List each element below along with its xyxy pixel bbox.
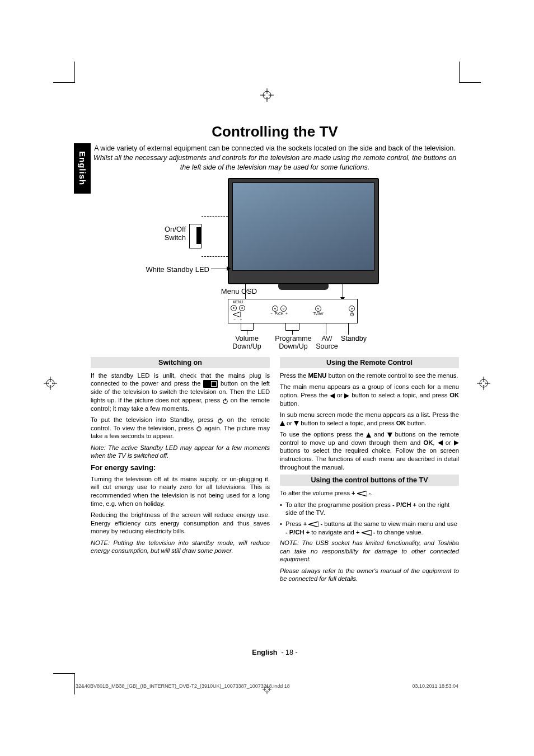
print-registration-mark bbox=[260, 88, 274, 102]
para-energy-1: Turning the television off at its mains … bbox=[91, 475, 270, 508]
panel-pch-label: P/CH bbox=[275, 312, 284, 316]
heading-energy-saving: For energy saving: bbox=[91, 463, 270, 473]
svg-marker-35 bbox=[366, 433, 371, 438]
leader-line bbox=[326, 323, 326, 335]
section-control-buttons: Using the control buttons of the TV bbox=[280, 475, 459, 486]
dashed-leader bbox=[202, 216, 228, 217]
tv-body-graphic bbox=[228, 178, 379, 284]
arrowhead-icon bbox=[227, 266, 231, 271]
two-column-body: Switching on If the standby LED is unlit… bbox=[91, 356, 459, 586]
leader-line bbox=[292, 330, 293, 335]
label-menu-osd: Menu OSD bbox=[219, 287, 259, 296]
note-usb: NOTE: The USB socket has limited functio… bbox=[280, 539, 459, 564]
button-panel-graphic: MENU − + − P/CH + TV/AV bbox=[228, 299, 358, 323]
bullet-programme: • To alter the programme position press … bbox=[280, 501, 459, 517]
crop-mark bbox=[53, 673, 74, 674]
imprint-file: 32&40BV801B_MB38_[GB]_(IB_INTERNET)_DVB-… bbox=[76, 683, 290, 689]
power-icon bbox=[196, 425, 202, 431]
note-owners-manual: Please always refer to the owner's manua… bbox=[280, 567, 459, 583]
dashed-leader bbox=[202, 256, 228, 257]
label-standby-led: White Standby LED bbox=[142, 265, 209, 274]
print-registration-mark bbox=[477, 377, 490, 390]
leader-line bbox=[241, 323, 241, 330]
footer-page-number: - 18 - bbox=[281, 649, 297, 656]
imprint-datetime: 03.10.2011 18:53:04 bbox=[412, 683, 458, 689]
switch-icon bbox=[203, 380, 218, 388]
section-remote-control: Using the Remote Control bbox=[280, 357, 459, 368]
leader-line bbox=[211, 269, 228, 269]
para-switching-2: To put the television into Standby, pres… bbox=[91, 416, 270, 440]
leader-line bbox=[247, 330, 247, 335]
svg-marker-22 bbox=[233, 312, 241, 317]
tv-diagram: On/Off Switch White Standby LED Menu OSD… bbox=[91, 178, 459, 351]
para-energy-2: Reducing the brightness of the screen wi… bbox=[91, 511, 270, 536]
label-standby: Standby bbox=[337, 335, 371, 342]
svg-rect-9 bbox=[49, 382, 52, 385]
para-ctrl-1: To alter the volume press + -. bbox=[280, 489, 459, 497]
crop-mark bbox=[53, 82, 74, 83]
power-icon bbox=[222, 398, 228, 404]
footer-language: English bbox=[252, 649, 277, 656]
power-icon bbox=[217, 417, 223, 424]
para-remote-1: Press the MENU button on the remote cont… bbox=[280, 372, 459, 380]
svg-rect-4 bbox=[265, 93, 269, 97]
right-column: Using the Remote Control Press the MENU … bbox=[280, 356, 459, 586]
left-column: Switching on If the standby LED is unlit… bbox=[91, 356, 270, 586]
para-remote-2: The main menu appears as a group of icon… bbox=[280, 383, 459, 407]
right-arrow-icon bbox=[454, 440, 459, 445]
volume-wedge-icon bbox=[357, 491, 367, 496]
switch-notch-graphic bbox=[196, 227, 201, 244]
up-arrow-icon bbox=[280, 421, 285, 426]
print-imprint: 32&40BV801B_MB38_[GB]_(IB_INTERNET)_DVB-… bbox=[76, 683, 458, 689]
label-programme: Programme Down/Up bbox=[271, 335, 315, 351]
crop-mark bbox=[460, 82, 481, 83]
svg-marker-31 bbox=[330, 393, 335, 398]
left-arrow-icon bbox=[330, 393, 335, 398]
down-arrow-icon bbox=[294, 421, 299, 426]
up-arrow-icon bbox=[366, 433, 371, 438]
label-volume: Volume Down/Up bbox=[229, 335, 264, 351]
language-tab: English bbox=[74, 143, 91, 194]
page-footer: English - 18 - bbox=[91, 649, 459, 656]
svg-marker-41 bbox=[362, 530, 372, 536]
leader-line bbox=[348, 323, 349, 335]
leader-line bbox=[253, 323, 254, 330]
label-av-source: AV/ Source bbox=[313, 335, 340, 351]
panel-menu-label: MENU bbox=[232, 300, 243, 304]
para-remote-3: In sub menu screen mode the menu appears… bbox=[280, 411, 459, 427]
svg-marker-33 bbox=[280, 421, 285, 426]
left-arrow-icon bbox=[438, 440, 443, 445]
print-registration-mark bbox=[44, 377, 57, 390]
svg-marker-38 bbox=[454, 440, 459, 445]
bullet-mainmenu: • Press + - buttons at the same to view … bbox=[280, 520, 459, 536]
svg-marker-37 bbox=[438, 440, 443, 445]
note-standby-power: NOTE: Putting the television into standb… bbox=[91, 539, 270, 555]
tv-screen-graphic bbox=[232, 182, 374, 271]
svg-marker-39 bbox=[357, 491, 367, 496]
para-switching-1: If the standby LED is unlit, check that … bbox=[91, 372, 270, 412]
intro-plain: A wide variety of external equipment can… bbox=[94, 144, 456, 152]
tv-stand-graphic bbox=[278, 284, 329, 290]
volume-wedge-icon bbox=[362, 530, 372, 536]
crop-mark bbox=[74, 673, 75, 694]
volume-wedge-icon bbox=[308, 522, 318, 527]
para-remote-4: To use the options press the and buttons… bbox=[280, 430, 459, 471]
page-title: Controlling the TV bbox=[91, 123, 459, 140]
leader-line bbox=[299, 323, 299, 330]
intro-paragraph: A wide variety of external equipment can… bbox=[93, 144, 457, 172]
section-switching-on: Switching on bbox=[91, 357, 270, 368]
panel-tvav-label: TV/AV bbox=[313, 312, 323, 316]
svg-marker-40 bbox=[308, 522, 318, 527]
down-arrow-icon bbox=[387, 433, 392, 438]
crop-mark bbox=[459, 62, 460, 83]
crop-mark bbox=[74, 62, 75, 83]
svg-marker-20 bbox=[227, 266, 231, 271]
language-tab-label: English bbox=[78, 151, 87, 185]
svg-marker-34 bbox=[294, 421, 299, 426]
svg-marker-36 bbox=[387, 433, 392, 438]
intro-italic: Whilst all the necessary adjustments and… bbox=[93, 154, 456, 171]
svg-rect-14 bbox=[482, 382, 485, 385]
leader-line bbox=[285, 323, 286, 330]
note-standby-led: Note: The active Standby LED may appear … bbox=[91, 444, 270, 460]
page-content: Controlling the TV A wide variety of ext… bbox=[91, 123, 459, 666]
